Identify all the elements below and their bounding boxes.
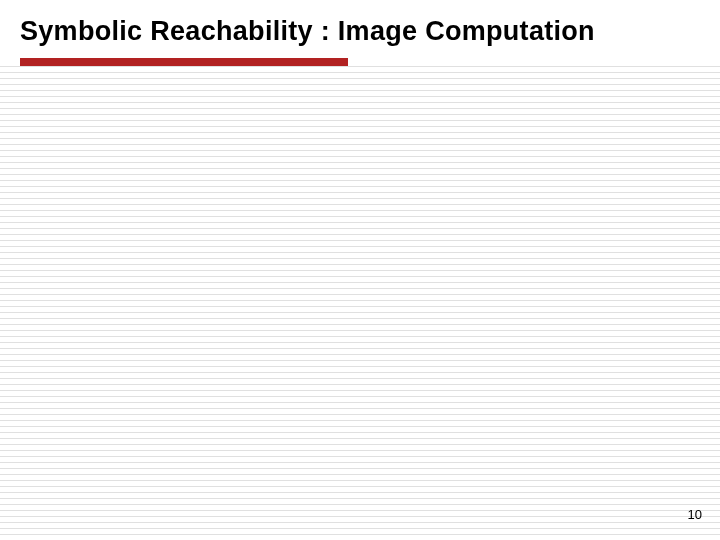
lined-background	[0, 66, 720, 540]
title-underline	[20, 58, 348, 66]
page-number: 10	[688, 507, 702, 522]
slide-title: Symbolic Reachability : Image Computatio…	[20, 16, 595, 47]
slide-container: Symbolic Reachability : Image Computatio…	[0, 0, 720, 540]
